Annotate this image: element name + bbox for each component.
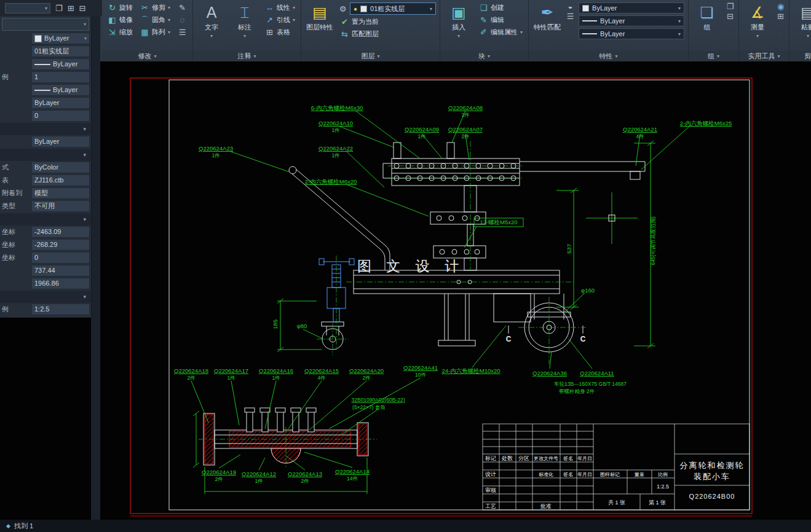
- palette-section-header[interactable]: ▾: [0, 149, 91, 161]
- layer-properties-button[interactable]: ▤图层特性: [305, 2, 334, 33]
- property-row-plottable[interactable]: 表 ZJ116.ctb: [0, 174, 91, 187]
- fillet-icon: ⌒: [140, 16, 149, 24]
- property-row-center-y[interactable]: 坐标 -268.29: [0, 238, 91, 251]
- title-block: 标记 处数 分区 更改文件号 签名 年月日 设计 标准化 签名 年月日 审核 工…: [483, 424, 750, 510]
- property-row-scale[interactable]: 例 1:2.5: [0, 303, 91, 316]
- quick-select-icon[interactable]: ◉: [776, 2, 785, 10]
- part-label: Q220624A12: [242, 471, 276, 477]
- layer-dropdown[interactable]: ● 01粗实线层 ▾: [350, 2, 436, 15]
- tb-header: 标记: [485, 455, 496, 461]
- linear-dim-button[interactable]: ↔线性▾: [263, 2, 297, 13]
- make-current-button[interactable]: ✔置为当前: [338, 17, 436, 27]
- workspace-dropdown[interactable]: ▾: [5, 3, 50, 14]
- layer-states-icon[interactable]: ⚙: [338, 5, 347, 13]
- group-edit-icon[interactable]: ⊟: [726, 12, 735, 20]
- panel-label-group[interactable]: 组▾: [689, 51, 738, 61]
- mirror-button[interactable]: ◧镜像: [106, 15, 135, 25]
- palette-section-header[interactable]: ▾: [0, 213, 91, 225]
- property-row-thickness[interactable]: 0: [0, 109, 91, 122]
- ribbon-panel-layers: ▤图层特性 ⚙ ● 01粗实线层 ▾ ✔置为当前 ⇆匹配图层 图: [301, 0, 440, 61]
- qty-label: 1件: [212, 152, 220, 158]
- dim-label: 537: [566, 244, 572, 254]
- property-row-center-z[interactable]: 坐标 0: [0, 251, 91, 264]
- property-row-lineweight[interactable]: ByLayer: [0, 84, 91, 96]
- lineweight-icon: [582, 20, 597, 22]
- palette-dock-strip[interactable]: [91, 16, 100, 520]
- part-label: Q220624A09: [405, 126, 439, 133]
- property-row-attached-to[interactable]: 附着到 模型: [0, 187, 91, 200]
- table-button[interactable]: ⊞表格: [263, 27, 297, 37]
- fillet-button[interactable]: ⌒圆角▾: [138, 15, 172, 25]
- object-color-dropdown[interactable]: ByLayer▾: [579, 2, 684, 14]
- panel-label-annotate[interactable]: 注释▾: [193, 51, 301, 61]
- panel-label-modify[interactable]: 修改▾: [102, 51, 192, 61]
- erase-button[interactable]: ◌: [176, 15, 189, 25]
- linetype-dropdown[interactable]: ByLayer▾: [579, 28, 684, 39]
- color-wheel-icon[interactable]: ◒: [566, 2, 575, 10]
- properties-palette: ▾ ByLayer▾ 01粗实线层 ByLayer 例 1 ByLayer By…: [0, 16, 92, 318]
- measure-button[interactable]: ∡测量▾: [743, 2, 772, 39]
- property-row-center-x[interactable]: 坐标 -2463.09: [0, 225, 91, 238]
- property-row-width[interactable]: 1966.86: [0, 277, 91, 290]
- block-icon[interactable]: ❐: [55, 4, 63, 13]
- part-label: Q220624A23: [199, 145, 233, 152]
- panel-label-utilities[interactable]: 实用工具▾: [739, 51, 789, 61]
- panel-label-properties[interactable]: 特性▾: [529, 51, 688, 61]
- property-row-plotstyle[interactable]: 式 ByColor: [0, 161, 91, 174]
- drawing-viewport[interactable]: 6-内六角螺栓M6x30 Q220624A08 1件 Q220624A10 1件…: [100, 61, 811, 520]
- rotate-button[interactable]: ↻旋转: [106, 2, 135, 13]
- part-label: Q220624A20: [349, 367, 384, 374]
- insert-block-button[interactable]: ▣插入▾: [444, 2, 473, 39]
- block-add-icon[interactable]: ⊞: [68, 4, 74, 13]
- edit-block-icon: ✎: [479, 16, 488, 24]
- tb-title-line1: 分离轮和检测轮: [680, 461, 745, 470]
- explode-button[interactable]: ☰: [176, 27, 189, 37]
- drawing-canvas[interactable]: 6-内六角螺栓M6x30 Q220624A08 1件 Q220624A10 1件…: [0, 61, 811, 520]
- property-row-table-type[interactable]: 类型 不可用: [0, 200, 91, 213]
- section-mark: C: [580, 335, 586, 343]
- panel-label-clipboard[interactable]: 剪贴板: [789, 51, 811, 61]
- panel-label-block[interactable]: 块▾: [440, 51, 528, 61]
- property-row-material[interactable]: ByLayer: [0, 135, 91, 148]
- tb-title-line2: 装配小车: [694, 472, 730, 481]
- create-block-button[interactable]: ❑创建: [477, 2, 524, 13]
- ungroup-icon[interactable]: ❐: [726, 2, 735, 10]
- edit-polyline-button[interactable]: ✎: [176, 2, 189, 13]
- tb-standard: 标准化: [539, 472, 553, 477]
- property-row-layer[interactable]: 01粗实线层: [0, 45, 91, 58]
- panel-label-layers[interactable]: 图层▾: [301, 51, 440, 61]
- property-row-linetype[interactable]: ByLayer: [0, 58, 91, 71]
- id-point-icon[interactable]: ⊞: [776, 12, 785, 20]
- trim-button[interactable]: ✂修剪▾: [138, 2, 172, 13]
- diamond-icon: ◆: [6, 523, 10, 529]
- part-label: Q220624A11: [580, 370, 614, 377]
- match-properties-button[interactable]: ✒特性匹配: [532, 2, 562, 33]
- paste-button[interactable]: ▤粘贴▾: [793, 2, 811, 39]
- palette-section-header[interactable]: ▾: [0, 291, 91, 303]
- edit-block-button[interactable]: ✎编辑: [477, 15, 524, 25]
- ribbon: ↻旋转 ◧镜像 ⇲缩放 ✂修剪▾ ⌒圆角▾ ▦阵列▾ ✎ ◌ ☰ 修改▾: [0, 0, 811, 61]
- group-button[interactable]: ❏组: [692, 2, 722, 33]
- block-attach-icon[interactable]: ⊟: [79, 4, 86, 13]
- leader-button[interactable]: ↗引线▾: [263, 15, 297, 25]
- property-row-transparency[interactable]: ByLayer: [0, 96, 91, 109]
- command-line[interactable]: ◆ 找到 1: [0, 520, 811, 532]
- edit-attributes-button[interactable]: ✐编辑属性▾: [477, 27, 524, 37]
- property-row-linetype-scale[interactable]: 例 1: [0, 71, 91, 84]
- properties-list-icon[interactable]: ☰: [566, 12, 575, 20]
- property-row-color[interactable]: ByLayer▾: [0, 32, 91, 45]
- array-button[interactable]: ▦阵列▾: [138, 27, 172, 37]
- part-label: Q220624A07: [448, 126, 483, 133]
- scale-button[interactable]: ⇲缩放: [106, 27, 135, 37]
- ribbon-panel-clipboard: ▤粘贴▾ ✂ ❐ 剪贴板: [789, 0, 811, 61]
- match-layer-button[interactable]: ⇆匹配图层: [338, 29, 436, 39]
- text-button[interactable]: A文字▾: [197, 2, 226, 39]
- lineweight-dropdown[interactable]: ByLayer▾: [579, 15, 684, 26]
- property-row-height[interactable]: 737.44: [0, 264, 91, 277]
- property-label: 坐标: [0, 240, 30, 249]
- palette-section-header[interactable]: ▾: [0, 123, 91, 135]
- dimension-button[interactable]: ⌶标注▾: [230, 2, 259, 39]
- explode-icon: ☰: [178, 28, 187, 36]
- object-type-dropdown[interactable]: ▾: [2, 18, 89, 31]
- screw-jack-geometry: [319, 259, 354, 322]
